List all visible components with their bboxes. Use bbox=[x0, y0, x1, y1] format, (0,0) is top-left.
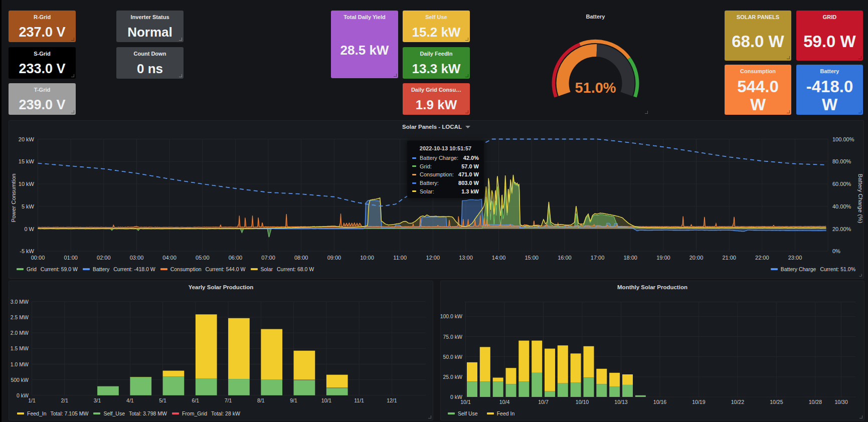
svg-text:02:00: 02:00 bbox=[97, 255, 111, 261]
svg-text:23:00: 23:00 bbox=[788, 255, 802, 261]
svg-text:-5 kW: -5 kW bbox=[20, 248, 34, 254]
svg-text:500 kW: 500 kW bbox=[11, 377, 29, 383]
svg-text:0 W: 0 W bbox=[24, 226, 34, 232]
svg-text:03:00: 03:00 bbox=[130, 255, 144, 261]
svg-text:10/10: 10/10 bbox=[576, 399, 589, 405]
svg-text:19:00: 19:00 bbox=[656, 255, 670, 261]
svg-text:15:00: 15:00 bbox=[525, 255, 539, 261]
svg-text:Battery Charge (%): Battery Charge (%) bbox=[857, 174, 863, 224]
svg-text:50.0 kW: 50.0 kW bbox=[443, 354, 462, 360]
svg-text:3/1: 3/1 bbox=[94, 397, 101, 403]
svg-text:3.0 MW: 3.0 MW bbox=[11, 299, 29, 305]
svg-text:0%: 0% bbox=[832, 248, 840, 254]
svg-text:10/1: 10/1 bbox=[321, 397, 332, 403]
svg-text:9/1: 9/1 bbox=[290, 397, 297, 403]
svg-text:22:00: 22:00 bbox=[755, 255, 769, 261]
svg-text:21:00: 21:00 bbox=[722, 255, 736, 261]
svg-text:10/16: 10/16 bbox=[653, 399, 666, 405]
svg-text:5 kW: 5 kW bbox=[22, 203, 35, 209]
svg-text:1.0 MW: 1.0 MW bbox=[11, 361, 29, 367]
svg-text:60.00%: 60.00% bbox=[832, 181, 851, 187]
svg-text:17:00: 17:00 bbox=[591, 255, 605, 261]
svg-text:100.0 kW: 100.0 kW bbox=[440, 313, 462, 319]
svg-text:14:00: 14:00 bbox=[492, 255, 506, 261]
svg-text:12:00: 12:00 bbox=[426, 255, 440, 261]
svg-text:8/1: 8/1 bbox=[257, 397, 265, 403]
svg-text:Power Consumtion: Power Consumtion bbox=[11, 173, 17, 222]
svg-text:2/1: 2/1 bbox=[61, 397, 68, 403]
svg-text:1.5 MW: 1.5 MW bbox=[11, 345, 29, 351]
svg-text:0 kW: 0 kW bbox=[17, 392, 29, 398]
svg-text:2.5 MW: 2.5 MW bbox=[11, 314, 29, 320]
svg-text:13:00: 13:00 bbox=[459, 255, 473, 261]
svg-text:10/1: 10/1 bbox=[460, 399, 471, 405]
svg-text:15 kW: 15 kW bbox=[19, 158, 35, 164]
svg-text:10/25: 10/25 bbox=[770, 399, 783, 405]
svg-text:20:00: 20:00 bbox=[689, 255, 704, 261]
svg-text:11:00: 11:00 bbox=[393, 255, 407, 261]
svg-text:10/13: 10/13 bbox=[614, 399, 627, 405]
svg-text:10/4: 10/4 bbox=[499, 399, 510, 405]
svg-text:10:00: 10:00 bbox=[360, 255, 374, 261]
svg-text:18:00: 18:00 bbox=[623, 255, 637, 261]
svg-text:1/1: 1/1 bbox=[28, 397, 36, 403]
svg-text:09:00: 09:00 bbox=[327, 255, 341, 261]
svg-text:80.00%: 80.00% bbox=[832, 158, 851, 164]
svg-text:06:00: 06:00 bbox=[229, 255, 243, 261]
svg-text:00:00: 00:00 bbox=[31, 255, 45, 261]
svg-text:10/30: 10/30 bbox=[834, 399, 847, 405]
svg-text:12/1: 12/1 bbox=[387, 397, 397, 403]
svg-text:10/7: 10/7 bbox=[538, 399, 549, 405]
svg-text:7/1: 7/1 bbox=[225, 397, 232, 403]
svg-text:40.00%: 40.00% bbox=[832, 203, 851, 209]
svg-text:16:00: 16:00 bbox=[558, 255, 572, 261]
svg-text:01:00: 01:00 bbox=[64, 255, 78, 261]
svg-text:07:00: 07:00 bbox=[261, 255, 275, 261]
svg-text:08:00: 08:00 bbox=[294, 255, 308, 261]
svg-text:2.0 MW: 2.0 MW bbox=[11, 330, 29, 336]
svg-text:20.00%: 20.00% bbox=[832, 226, 851, 232]
svg-text:25.0 kW: 25.0 kW bbox=[443, 374, 462, 380]
svg-text:6/1: 6/1 bbox=[192, 397, 200, 403]
svg-text:10/19: 10/19 bbox=[692, 399, 705, 405]
svg-text:10/28: 10/28 bbox=[809, 399, 822, 405]
svg-text:75.0 kW: 75.0 kW bbox=[443, 334, 462, 340]
svg-text:05:00: 05:00 bbox=[196, 255, 210, 261]
svg-text:100.00%: 100.00% bbox=[832, 136, 854, 142]
svg-text:20 kW: 20 kW bbox=[19, 136, 35, 142]
svg-text:10 kW: 10 kW bbox=[19, 181, 35, 187]
svg-text:51.0%: 51.0% bbox=[575, 80, 616, 96]
svg-text:04:00: 04:00 bbox=[162, 255, 177, 261]
svg-text:10/22: 10/22 bbox=[731, 399, 744, 405]
svg-text:4/1: 4/1 bbox=[126, 397, 134, 403]
svg-text:5/1: 5/1 bbox=[159, 397, 166, 403]
svg-text:11/1: 11/1 bbox=[354, 397, 364, 403]
